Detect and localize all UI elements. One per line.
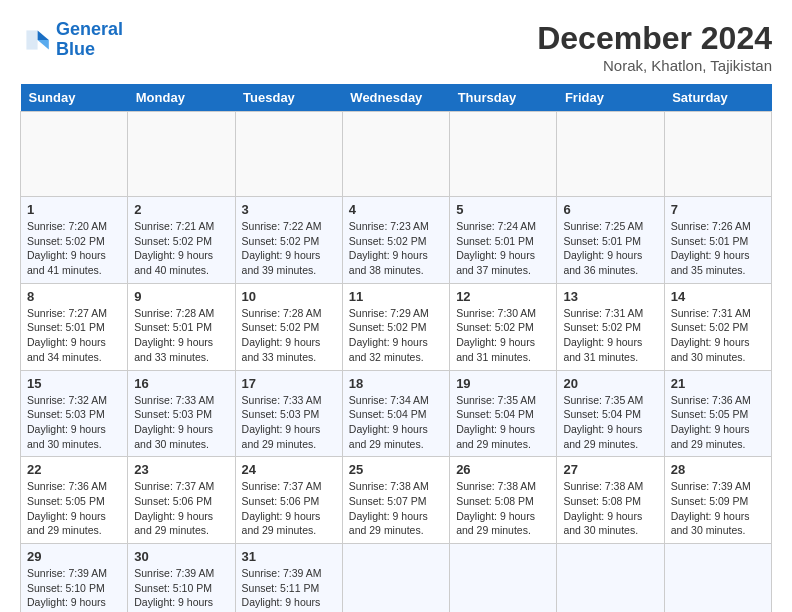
day-cell: 10 Sunrise: 7:28 AM Sunset: 5:02 PM Dayl… bbox=[235, 283, 342, 370]
day-cell: 23 Sunrise: 7:37 AM Sunset: 5:06 PM Dayl… bbox=[128, 457, 235, 544]
sunset-label: Sunset: 5:10 PM bbox=[134, 582, 212, 594]
week-row-3: 8 Sunrise: 7:27 AM Sunset: 5:01 PM Dayli… bbox=[21, 283, 772, 370]
daylight-label: Daylight: 9 hours and 29 minutes. bbox=[242, 510, 321, 537]
sunrise-label: Sunrise: 7:34 AM bbox=[349, 394, 429, 406]
day-cell: 12 Sunrise: 7:30 AM Sunset: 5:02 PM Dayl… bbox=[450, 283, 557, 370]
day-cell: 21 Sunrise: 7:36 AM Sunset: 5:05 PM Dayl… bbox=[664, 370, 771, 457]
day-header-saturday: Saturday bbox=[664, 84, 771, 112]
day-number: 24 bbox=[242, 462, 336, 477]
sunrise-label: Sunrise: 7:32 AM bbox=[27, 394, 107, 406]
sunset-label: Sunset: 5:02 PM bbox=[563, 321, 641, 333]
daylight-label: Daylight: 9 hours and 30 minutes. bbox=[671, 510, 750, 537]
day-info: Sunrise: 7:39 AM Sunset: 5:11 PM Dayligh… bbox=[242, 566, 336, 612]
day-number: 3 bbox=[242, 202, 336, 217]
sunset-label: Sunset: 5:03 PM bbox=[27, 408, 105, 420]
day-cell: 14 Sunrise: 7:31 AM Sunset: 5:02 PM Dayl… bbox=[664, 283, 771, 370]
sunset-label: Sunset: 5:01 PM bbox=[134, 321, 212, 333]
sunset-label: Sunset: 5:08 PM bbox=[563, 495, 641, 507]
logo: General Blue bbox=[20, 20, 123, 60]
location: Norak, Khatlon, Tajikistan bbox=[537, 57, 772, 74]
day-info: Sunrise: 7:37 AM Sunset: 5:06 PM Dayligh… bbox=[134, 479, 228, 538]
sunset-label: Sunset: 5:02 PM bbox=[134, 235, 212, 247]
day-info: Sunrise: 7:36 AM Sunset: 5:05 PM Dayligh… bbox=[671, 393, 765, 452]
day-number: 7 bbox=[671, 202, 765, 217]
sunset-label: Sunset: 5:01 PM bbox=[563, 235, 641, 247]
sunset-label: Sunset: 5:03 PM bbox=[134, 408, 212, 420]
sunrise-label: Sunrise: 7:36 AM bbox=[27, 480, 107, 492]
sunset-label: Sunset: 5:11 PM bbox=[242, 582, 320, 594]
day-cell: 15 Sunrise: 7:32 AM Sunset: 5:03 PM Dayl… bbox=[21, 370, 128, 457]
day-info: Sunrise: 7:33 AM Sunset: 5:03 PM Dayligh… bbox=[134, 393, 228, 452]
sunrise-label: Sunrise: 7:37 AM bbox=[242, 480, 322, 492]
sunrise-label: Sunrise: 7:39 AM bbox=[27, 567, 107, 579]
logo-line2: Blue bbox=[56, 39, 95, 59]
day-info: Sunrise: 7:35 AM Sunset: 5:04 PM Dayligh… bbox=[563, 393, 657, 452]
daylight-label: Daylight: 9 hours and 31 minutes. bbox=[456, 336, 535, 363]
sunset-label: Sunset: 5:07 PM bbox=[349, 495, 427, 507]
day-info: Sunrise: 7:30 AM Sunset: 5:02 PM Dayligh… bbox=[456, 306, 550, 365]
sunset-label: Sunset: 5:01 PM bbox=[456, 235, 534, 247]
daylight-label: Daylight: 9 hours and 29 minutes. bbox=[349, 423, 428, 450]
daylight-label: Daylight: 9 hours and 29 minutes. bbox=[134, 510, 213, 537]
day-cell bbox=[342, 112, 449, 197]
daylight-label: Daylight: 9 hours and 35 minutes. bbox=[671, 249, 750, 276]
day-info: Sunrise: 7:32 AM Sunset: 5:03 PM Dayligh… bbox=[27, 393, 121, 452]
day-info: Sunrise: 7:38 AM Sunset: 5:07 PM Dayligh… bbox=[349, 479, 443, 538]
sunrise-label: Sunrise: 7:31 AM bbox=[671, 307, 751, 319]
sunset-label: Sunset: 5:10 PM bbox=[27, 582, 105, 594]
sunrise-label: Sunrise: 7:31 AM bbox=[563, 307, 643, 319]
week-row-4: 15 Sunrise: 7:32 AM Sunset: 5:03 PM Dayl… bbox=[21, 370, 772, 457]
day-header-thursday: Thursday bbox=[450, 84, 557, 112]
day-info: Sunrise: 7:22 AM Sunset: 5:02 PM Dayligh… bbox=[242, 219, 336, 278]
day-number: 31 bbox=[242, 549, 336, 564]
day-cell: 27 Sunrise: 7:38 AM Sunset: 5:08 PM Dayl… bbox=[557, 457, 664, 544]
sunset-label: Sunset: 5:01 PM bbox=[671, 235, 749, 247]
day-cell: 30 Sunrise: 7:39 AM Sunset: 5:10 PM Dayl… bbox=[128, 544, 235, 613]
sunrise-label: Sunrise: 7:37 AM bbox=[134, 480, 214, 492]
daylight-label: Daylight: 9 hours and 29 minutes. bbox=[242, 423, 321, 450]
sunrise-label: Sunrise: 7:38 AM bbox=[456, 480, 536, 492]
day-cell: 26 Sunrise: 7:38 AM Sunset: 5:08 PM Dayl… bbox=[450, 457, 557, 544]
svg-marker-0 bbox=[38, 30, 49, 40]
daylight-label: Daylight: 9 hours and 31 minutes. bbox=[563, 336, 642, 363]
sunrise-label: Sunrise: 7:28 AM bbox=[242, 307, 322, 319]
day-cell bbox=[235, 112, 342, 197]
day-number: 28 bbox=[671, 462, 765, 477]
day-info: Sunrise: 7:23 AM Sunset: 5:02 PM Dayligh… bbox=[349, 219, 443, 278]
daylight-label: Daylight: 9 hours and 33 minutes. bbox=[134, 336, 213, 363]
day-cell: 2 Sunrise: 7:21 AM Sunset: 5:02 PM Dayli… bbox=[128, 197, 235, 284]
day-info: Sunrise: 7:33 AM Sunset: 5:03 PM Dayligh… bbox=[242, 393, 336, 452]
daylight-label: Daylight: 9 hours and 40 minutes. bbox=[134, 249, 213, 276]
day-info: Sunrise: 7:31 AM Sunset: 5:02 PM Dayligh… bbox=[563, 306, 657, 365]
day-cell: 29 Sunrise: 7:39 AM Sunset: 5:10 PM Dayl… bbox=[21, 544, 128, 613]
day-number: 13 bbox=[563, 289, 657, 304]
day-number: 1 bbox=[27, 202, 121, 217]
day-header-tuesday: Tuesday bbox=[235, 84, 342, 112]
logo-line1: General bbox=[56, 19, 123, 39]
day-cell: 19 Sunrise: 7:35 AM Sunset: 5:04 PM Dayl… bbox=[450, 370, 557, 457]
sunset-label: Sunset: 5:02 PM bbox=[242, 235, 320, 247]
day-cell: 9 Sunrise: 7:28 AM Sunset: 5:01 PM Dayli… bbox=[128, 283, 235, 370]
day-cell bbox=[664, 112, 771, 197]
day-number: 20 bbox=[563, 376, 657, 391]
day-number: 23 bbox=[134, 462, 228, 477]
sunset-label: Sunset: 5:09 PM bbox=[671, 495, 749, 507]
sunrise-label: Sunrise: 7:26 AM bbox=[671, 220, 751, 232]
day-info: Sunrise: 7:36 AM Sunset: 5:05 PM Dayligh… bbox=[27, 479, 121, 538]
day-number: 15 bbox=[27, 376, 121, 391]
daylight-label: Daylight: 9 hours and 33 minutes. bbox=[242, 336, 321, 363]
day-info: Sunrise: 7:39 AM Sunset: 5:10 PM Dayligh… bbox=[134, 566, 228, 612]
day-cell: 28 Sunrise: 7:39 AM Sunset: 5:09 PM Dayl… bbox=[664, 457, 771, 544]
daylight-label: Daylight: 9 hours and 29 minutes. bbox=[671, 423, 750, 450]
day-info: Sunrise: 7:29 AM Sunset: 5:02 PM Dayligh… bbox=[349, 306, 443, 365]
day-header-wednesday: Wednesday bbox=[342, 84, 449, 112]
day-info: Sunrise: 7:24 AM Sunset: 5:01 PM Dayligh… bbox=[456, 219, 550, 278]
day-info: Sunrise: 7:38 AM Sunset: 5:08 PM Dayligh… bbox=[563, 479, 657, 538]
day-cell bbox=[128, 112, 235, 197]
day-number: 4 bbox=[349, 202, 443, 217]
day-info: Sunrise: 7:20 AM Sunset: 5:02 PM Dayligh… bbox=[27, 219, 121, 278]
day-number: 10 bbox=[242, 289, 336, 304]
day-cell bbox=[450, 544, 557, 613]
day-cell: 18 Sunrise: 7:34 AM Sunset: 5:04 PM Dayl… bbox=[342, 370, 449, 457]
day-header-monday: Monday bbox=[128, 84, 235, 112]
